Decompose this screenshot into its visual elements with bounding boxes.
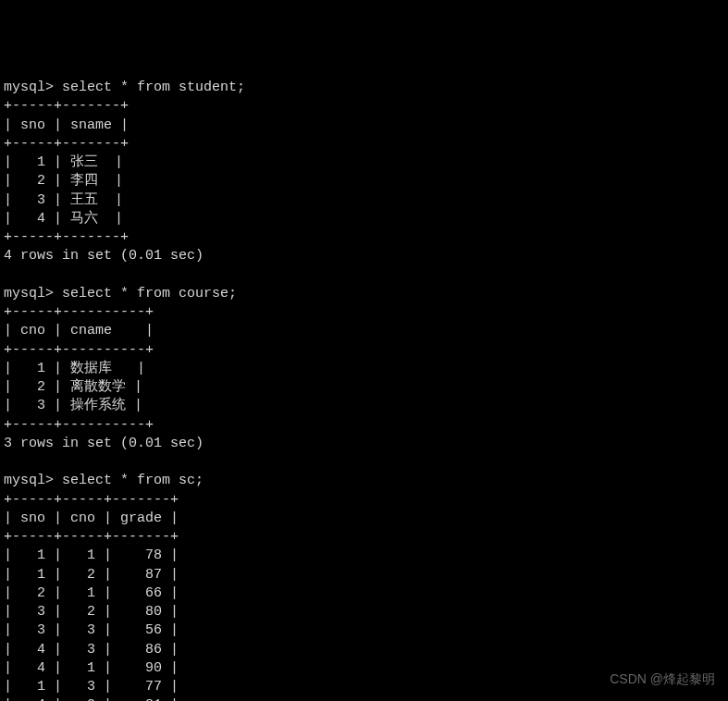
table-row: | 3 | 3 | 56 | xyxy=(4,622,179,638)
table-border: +-----+----------+ xyxy=(4,304,154,320)
sql-command: select * from student; xyxy=(62,80,245,95)
table-row: | 3 | 王五 | xyxy=(4,192,123,208)
table-border: +-----+-------+ xyxy=(4,229,129,245)
table-row: | 1 | 张三 | xyxy=(4,154,123,170)
table-border: +-----+-------+ xyxy=(4,136,129,152)
mysql-prompt: mysql> xyxy=(4,286,62,301)
table-header: | cno | cname | xyxy=(4,323,154,338)
table-border: +-----+-------+ xyxy=(4,98,129,114)
table-border: +-----+----------+ xyxy=(4,417,154,433)
table-header: | sno | sname | xyxy=(4,117,129,133)
mysql-prompt: mysql> xyxy=(4,80,62,95)
table-border: +-----+----------+ xyxy=(4,342,154,358)
table-row: | 4 | 3 | 86 | xyxy=(4,642,179,658)
result-footer: 3 rows in set (0.01 sec) xyxy=(4,436,204,451)
table-row: | 2 | 李四 | xyxy=(4,173,123,189)
table-border: +-----+-----+-------+ xyxy=(4,529,179,545)
sql-command: select * from sc; xyxy=(62,473,204,488)
table-border: +-----+-----+-------+ xyxy=(4,492,179,508)
result-footer: 4 rows in set (0.01 sec) xyxy=(4,248,204,264)
watermark: CSDN @烽起黎明 xyxy=(610,670,715,688)
table-row: | 4 | 马六 | xyxy=(4,211,123,227)
table-row: | 1 | 数据库 | xyxy=(4,361,145,376)
mysql-prompt: mysql> xyxy=(4,473,62,488)
table-row: | 3 | 2 | 80 | xyxy=(4,604,179,620)
table-row: | 1 | 2 | 87 | xyxy=(4,567,179,583)
table-row: | 1 | 1 | 78 | xyxy=(4,547,179,563)
table-row: | 3 | 操作系统 | xyxy=(4,398,142,413)
table-header: | sno | cno | grade | xyxy=(4,510,179,526)
table-row: | 4 | 2 | 81 | xyxy=(4,697,179,701)
table-row: | 4 | 1 | 90 | xyxy=(4,660,179,676)
sql-command: select * from course; xyxy=(62,286,237,301)
table-row: | 1 | 3 | 77 | xyxy=(4,679,179,695)
table-row: | 2 | 离散数学 | xyxy=(4,379,142,395)
table-row: | 2 | 1 | 66 | xyxy=(4,585,179,601)
